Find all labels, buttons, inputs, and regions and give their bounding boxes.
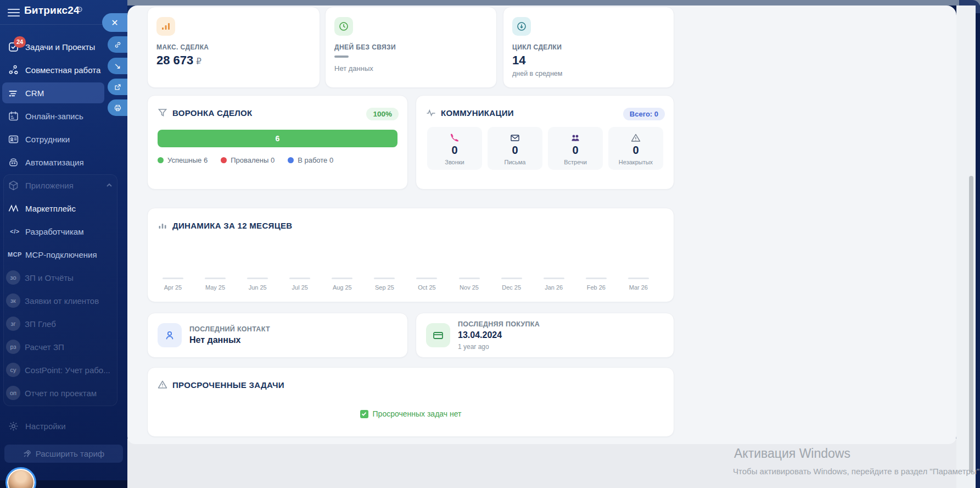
stat-value: 28 673₽ <box>156 53 201 68</box>
last-purchase-card: ПОСЛЕДНЯЯ ПОКУПКА 13.04.2024 1 year ago <box>416 313 674 358</box>
sidebar-item-label: Настройки <box>25 422 66 431</box>
warning-triangle-icon <box>608 133 663 143</box>
clock-icon <box>334 17 353 36</box>
sidebar-item-label: Маркетплейс <box>25 204 76 213</box>
communications-total-badge: Всего: 0 <box>623 108 665 120</box>
people-icon <box>548 133 603 143</box>
tile-value: 0 <box>427 144 482 157</box>
scrollbar-thumb[interactable] <box>969 176 973 473</box>
person-icon <box>158 323 182 347</box>
bitrix24-crm-dashboard: Битрикс24 24 Задачи и Проекты Совместная… <box>0 0 980 488</box>
app-initials-badge: су <box>6 363 20 377</box>
axis-tick: Jan 26 <box>539 278 569 291</box>
sidebar-item-project-report[interactable]: оп Отчет по проектам <box>0 381 127 404</box>
sidebar-item-salary-calc[interactable]: рз Расчет ЗП <box>0 335 127 358</box>
chart-x-axis: Apr 25 May 25 Jun 25 Jul 25 Aug 25 Sep 2… <box>158 278 654 291</box>
sidebar-item-label: Совместная работа <box>25 65 100 75</box>
app-initials-badge: зо <box>6 270 20 285</box>
communications-card: КОММУНИКАЦИИ Всего: 0 0 Звонки 0 Письма <box>416 95 674 190</box>
code-icon: </> <box>8 226 22 237</box>
days-silent-card: ДНЕЙ БЕЗ СВЯЗИ Нет данных <box>325 7 497 88</box>
communications-tiles: 0 Звонки 0 Письма 0 Встречи <box>427 127 663 170</box>
stat-label: ЦИКЛ СДЕЛКИ <box>512 43 562 51</box>
sidebar-item-automation[interactable]: Автоматизация <box>0 151 127 174</box>
axis-tick: Oct 25 <box>411 278 442 291</box>
sidebar-item-label: MCP-подключения <box>25 250 97 259</box>
sidebar-item-zp-reports[interactable]: зо ЗП и Отчёты <box>0 266 127 289</box>
upgrade-plan-button[interactable]: Расширить тариф <box>4 445 123 463</box>
sidebar-item-mcp[interactable]: MCP MCP-подключения <box>0 243 127 266</box>
sidebar-item-label: Автоматизация <box>25 158 84 167</box>
currency-ruble: ₽ <box>196 57 201 66</box>
tile-value: 0 <box>488 144 542 157</box>
sidebar-item-label: Задачи и Проекты <box>25 42 95 52</box>
mini-value: 13.04.2024 <box>458 330 502 340</box>
mini-value: Нет данных <box>189 335 240 345</box>
mini-subtext: 1 year ago <box>458 343 489 351</box>
mini-label: ПОСЛЕДНИЙ КОНТАКТ <box>189 325 270 333</box>
overdue-tasks-card: ПРОСРОЧЕННЫЕ ЗАДАЧИ Просроченных задач н… <box>147 367 674 437</box>
axis-tick: Sep 25 <box>369 278 400 291</box>
robot-icon <box>8 157 19 168</box>
tile-unclosed: 0 Незакрытых <box>608 127 663 170</box>
clock-badge-icon <box>77 4 82 10</box>
card-title: ДИНАМИКА ЗА 12 МЕСЯЦЕВ <box>172 221 292 230</box>
axis-tick: Jun 25 <box>242 278 273 291</box>
sidebar-item-developers[interactable]: </> Разработчикам <box>0 220 127 243</box>
stat-subtext: дней в среднем <box>512 70 562 77</box>
mcp-icon: MCP <box>8 249 22 260</box>
sidebar-item-client-requests[interactable]: зк Заявки от клиентов <box>0 289 127 312</box>
collapse-button[interactable]: ↘ <box>108 58 127 74</box>
sidebar-item-apps[interactable]: Приложения <box>0 174 127 197</box>
sidebar-item-label: Заявки от клиентов <box>25 296 99 306</box>
cycle-icon <box>512 17 531 36</box>
legend-item-failed: Провалены 0 <box>221 156 275 164</box>
sidebar-item-settings[interactable]: Настройки <box>0 414 127 437</box>
crm-icon <box>8 87 19 99</box>
axis-tick: Feb 26 <box>581 278 612 291</box>
marketplace-wave-icon <box>8 203 19 214</box>
sidebar-item-employees[interactable]: Сотрудники <box>0 127 127 151</box>
funnel-icon <box>158 108 167 118</box>
chevron-up-icon <box>105 181 113 189</box>
sidebar-item-costpoint[interactable]: су CostPoint: Учет рабо... <box>0 358 127 381</box>
empty-text: Нет данных <box>334 64 373 73</box>
app-initials-badge: рз <box>6 340 20 354</box>
tile-meetings: 0 Встречи <box>548 127 603 170</box>
sidebar-item-label: Разработчикам <box>25 227 83 236</box>
cube-icon <box>8 180 19 191</box>
windows-activation-title: Активация Windows <box>734 446 850 461</box>
sidebar-item-label: Приложения <box>25 181 74 190</box>
sidebar-item-marketplace[interactable]: Маркетплейс <box>0 197 127 220</box>
envelope-icon <box>488 133 542 143</box>
menu-hamburger-icon[interactable] <box>8 8 20 17</box>
external-link-icon <box>114 83 122 91</box>
last-contact-card: ПОСЛЕДНИЙ КОНТАКТ Нет данных <box>147 313 408 358</box>
tile-calls: 0 Звонки <box>427 127 482 170</box>
copy-link-button[interactable] <box>108 36 127 53</box>
sidebar-item-label: ЗП и Отчёты <box>25 273 74 282</box>
deal-funnel-card: ВОРОНКА СДЕЛОК 100% 6 Успешные 6 Провале… <box>147 95 408 190</box>
stat-label: МАКС. СДЕЛКА <box>156 43 209 51</box>
bitrix24-logo[interactable]: Битрикс24 <box>24 4 80 16</box>
sidebar-item-zp-gleb[interactable]: зг ЗП Глеб <box>0 312 127 335</box>
max-deal-card: МАКС. СДЕЛКА 28 673₽ <box>147 7 320 88</box>
funnel-stage-bar[interactable]: 6 <box>158 130 397 147</box>
funnel-legend: Успешные 6 Провалены 0 В работе 0 <box>158 156 333 164</box>
no-overdue-message: Просроченных задач нет <box>148 409 674 418</box>
sidebar-item-label: Отчет по проектам <box>25 389 97 398</box>
open-new-window-button[interactable] <box>108 79 127 95</box>
sidebar-settings: Настройки <box>0 414 127 437</box>
axis-tick: Nov 25 <box>454 278 485 291</box>
stat-label: ДНЕЙ БЕЗ СВЯЗИ <box>334 43 396 51</box>
printer-icon <box>114 104 122 112</box>
close-panel-button[interactable]: ✕ <box>102 13 127 32</box>
mini-label: ПОСЛЕДНЯЯ ПОКУПКА <box>458 320 540 328</box>
app-initials-badge: зг <box>6 317 20 331</box>
print-button[interactable] <box>108 99 127 116</box>
card-title: ПРОСРОЧЕННЫЕ ЗАДАЧИ <box>172 380 284 390</box>
tile-value: 0 <box>608 144 663 157</box>
tile-value: 0 <box>548 144 603 157</box>
axis-tick: Jul 25 <box>284 278 315 291</box>
warning-triangle-icon <box>158 380 167 390</box>
